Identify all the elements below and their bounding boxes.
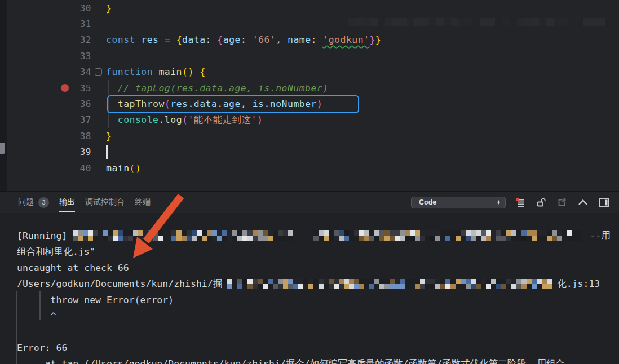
output-channel-select[interactable]: Code ▲▼ bbox=[411, 197, 506, 208]
line-number[interactable]: 34 bbox=[73, 66, 91, 77]
line-number[interactable]: 36 bbox=[73, 99, 91, 109]
code-text[interactable]: } bbox=[106, 131, 112, 141]
tab-terminal[interactable]: 终端 bbox=[135, 197, 151, 207]
output-line: Error: 66 bbox=[17, 340, 619, 357]
tab-terminal-label: 终端 bbox=[135, 197, 151, 207]
output-channel-value: Code bbox=[419, 198, 436, 206]
output-line: [Running] --用 bbox=[17, 228, 619, 244]
output-indent-guide bbox=[39, 291, 41, 320]
line-number[interactable]: 32 bbox=[73, 34, 91, 45]
breakpoint-gutter[interactable] bbox=[0, 0, 73, 16]
code-text[interactable]: const res = {data: {age: '66', name: 'go… bbox=[106, 34, 381, 45]
output-line bbox=[17, 324, 619, 340]
text-cursor bbox=[106, 145, 108, 159]
tab-problems[interactable]: 问题 3 bbox=[18, 197, 49, 208]
select-arrows-icon: ▲▼ bbox=[497, 200, 501, 205]
fold-gutter[interactable]: − bbox=[91, 64, 106, 80]
fold-gutter[interactable] bbox=[91, 96, 106, 112]
open-in-editor-icon[interactable] bbox=[556, 196, 568, 208]
fold-gutter[interactable] bbox=[91, 112, 106, 128]
code-line-35[interactable]: 35 // tapLog(res.data.age, is.noNumber) bbox=[0, 80, 619, 96]
censored-text-block bbox=[73, 230, 98, 241]
fold-gutter[interactable] bbox=[91, 144, 106, 160]
breakpoint-icon[interactable] bbox=[61, 84, 69, 92]
panel-tabs: 问题 3 输出 调试控制台 终端 bbox=[0, 197, 151, 208]
panel-header: 问题 3 输出 调试控制台 终端 Code ▲▼ bbox=[0, 192, 619, 213]
panel-layout-icon[interactable] bbox=[598, 196, 610, 208]
fold-gutter[interactable] bbox=[91, 160, 106, 176]
line-number[interactable]: 40 bbox=[73, 163, 91, 174]
breakpoint-gutter[interactable] bbox=[0, 144, 73, 160]
code-text[interactable]: // tapLog(res.data.age, is.noNumber) bbox=[106, 83, 329, 94]
tab-debug-console-label: 调试控制台 bbox=[85, 197, 125, 207]
active-tab-underline bbox=[59, 211, 75, 212]
code-line-30[interactable]: 30} bbox=[0, 0, 619, 16]
line-number[interactable]: 31 bbox=[73, 19, 91, 29]
line-number[interactable]: 39 bbox=[73, 147, 91, 157]
fold-gutter[interactable] bbox=[91, 32, 106, 48]
code-text[interactable]: console.log('能不能走到这') bbox=[106, 114, 263, 126]
code-line-32[interactable]: 32const res = {data: {age: '66', name: '… bbox=[0, 32, 619, 48]
tab-debug-console[interactable]: 调试控制台 bbox=[85, 197, 125, 207]
output-line: ^ bbox=[17, 308, 619, 325]
line-number[interactable]: 38 bbox=[73, 131, 91, 141]
censored-text-block bbox=[222, 279, 554, 289]
code-line-36[interactable]: 36 tapThrow(res.data.age, is.noNumber) bbox=[0, 96, 619, 112]
code-line-33[interactable]: 33 bbox=[0, 48, 619, 64]
tab-problems-label: 问题 bbox=[18, 197, 34, 207]
line-number[interactable]: 33 bbox=[73, 51, 91, 61]
code-text[interactable]: function main() { bbox=[106, 66, 206, 77]
clear-output-icon[interactable] bbox=[514, 196, 527, 208]
vscode-window: 30}3132const res = {data: {age: '66', na… bbox=[0, 0, 619, 364]
code-line-34[interactable]: 34−function main() { bbox=[0, 64, 619, 80]
fold-gutter[interactable] bbox=[91, 80, 106, 96]
code-line-40[interactable]: 40main() bbox=[0, 160, 619, 176]
code-line-37[interactable]: 37 console.log('能不能走到这') bbox=[0, 112, 619, 128]
fold-gutter[interactable] bbox=[91, 16, 106, 32]
fold-gutter[interactable] bbox=[91, 128, 106, 144]
code-text[interactable]: } bbox=[106, 3, 112, 14]
chevron-up-icon[interactable] bbox=[577, 196, 589, 208]
output-line: uncaught at check 66 bbox=[17, 260, 619, 276]
code-line-39[interactable]: 39 bbox=[0, 144, 619, 160]
code-line-31[interactable]: 31 bbox=[0, 16, 619, 32]
code-editor[interactable]: 30}3132const res = {data: {age: '66', na… bbox=[0, 0, 619, 191]
code-lines-container: 30}3132const res = {data: {age: '66', na… bbox=[0, 0, 619, 176]
breakpoint-gutter[interactable] bbox=[0, 64, 73, 80]
fold-collapse-icon[interactable]: − bbox=[95, 68, 102, 76]
breakpoint-gutter[interactable] bbox=[0, 112, 73, 128]
output-indent-guide bbox=[16, 291, 17, 364]
bottom-panel: 问题 3 输出 调试控制台 终端 Code ▲▼ bbox=[0, 191, 619, 364]
breakpoint-gutter[interactable] bbox=[0, 128, 73, 144]
code-text[interactable]: main() bbox=[106, 163, 141, 174]
problems-count-badge: 3 bbox=[38, 197, 49, 208]
breakpoint-gutter[interactable] bbox=[0, 160, 73, 176]
output-line: /Users/godkun/Documents/kun/zhishi/掘化.js… bbox=[17, 276, 619, 292]
output-line: 组合和柯里化.js" bbox=[17, 244, 619, 260]
tab-output-label: 输出 bbox=[59, 197, 75, 207]
debug-highlight-box bbox=[107, 95, 359, 113]
fold-gutter[interactable] bbox=[91, 0, 106, 16]
censored-text-block bbox=[171, 230, 294, 241]
fold-gutter[interactable] bbox=[91, 48, 106, 64]
panel-controls: Code ▲▼ bbox=[411, 196, 619, 208]
breakpoint-gutter[interactable] bbox=[0, 80, 73, 96]
output-log: [Running] --用组合和柯里化.js"uncaught at check… bbox=[0, 213, 619, 364]
code-line-38[interactable]: 38} bbox=[0, 128, 619, 144]
breakpoint-gutter[interactable] bbox=[0, 16, 73, 32]
breakpoint-gutter[interactable] bbox=[0, 96, 73, 112]
line-number[interactable]: 35 bbox=[73, 83, 91, 94]
unlock-icon[interactable] bbox=[535, 196, 547, 208]
censored-text-block bbox=[313, 230, 584, 241]
line-number[interactable]: 30 bbox=[73, 3, 91, 14]
line-number[interactable]: 37 bbox=[73, 114, 91, 125]
breakpoint-gutter[interactable] bbox=[0, 32, 73, 48]
tab-output[interactable]: 输出 bbox=[59, 197, 75, 207]
output-line: at tap (/Users/godkun/Documents/kun/zhis… bbox=[17, 356, 619, 364]
breakpoint-gutter[interactable] bbox=[0, 48, 73, 64]
censored-text-block bbox=[103, 230, 166, 241]
output-line: throw new Error(error) bbox=[17, 292, 619, 308]
